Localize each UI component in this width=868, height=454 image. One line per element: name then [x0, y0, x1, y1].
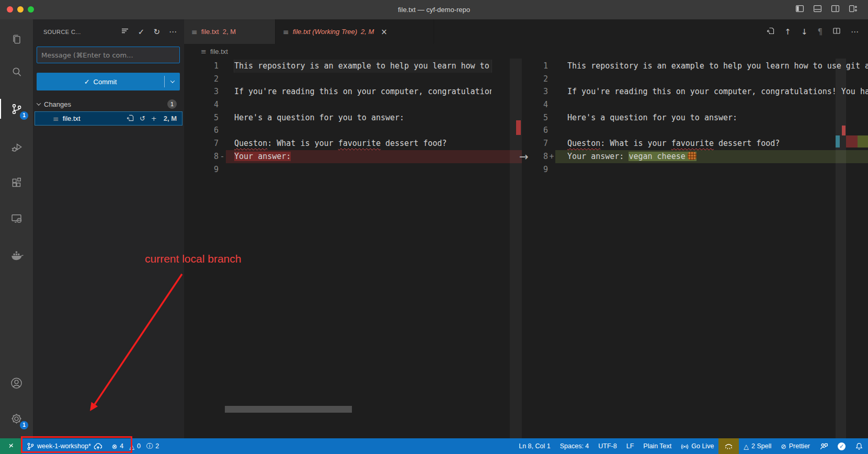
code-line[interactable]: 9 [523, 163, 868, 176]
tab-file-txt[interactable]: ≡ file.txt 2, M [184, 19, 276, 44]
cursor-position-item[interactable]: Ln 8, Col 1 [514, 438, 555, 454]
line-number: 7 [523, 137, 548, 150]
remote-indicator[interactable] [0, 438, 22, 454]
feedback-item[interactable] [815, 438, 833, 454]
status-bar: week-1-workshop* ⊗4 △0 ⓘ2 Ln 8, Col 1 Sp… [0, 438, 868, 454]
language-mode-item[interactable]: Plain Text [638, 438, 676, 454]
line-number: 3 [184, 85, 219, 98]
commit-button-label: Commit [94, 78, 117, 86]
code-line[interactable]: 5Here's a question for you to answer: [184, 111, 522, 124]
revert-change-arrow-icon[interactable]: → [519, 151, 529, 163]
search-icon[interactable] [0, 59, 33, 86]
code-line[interactable]: 2 [184, 73, 522, 86]
go-live-item[interactable]: Go Live [676, 438, 718, 454]
explorer-icon[interactable] [0, 26, 33, 53]
file-icon: ≡ [53, 115, 59, 123]
code-line[interactable]: 7Queston: What is your favourite dessert… [184, 137, 522, 150]
check-icon: ✓ [84, 78, 90, 86]
breadcrumb-file: file.txt [210, 48, 228, 55]
added-code-line[interactable]: 8+Your answer: vegan cheese [523, 150, 868, 163]
commit-button[interactable]: ✓ Commit [37, 73, 180, 90]
refresh-icon[interactable]: ↻ [153, 27, 160, 37]
tab-badge: 2, M [361, 28, 374, 36]
breadcrumb[interactable]: ≡ file.txt [184, 44, 868, 59]
toggle-panel-icon[interactable] [813, 4, 822, 13]
code-text: If you're reading this on your computer,… [234, 85, 492, 98]
stage-changes-icon[interactable]: + [151, 115, 157, 122]
code-line[interactable]: 4 [523, 98, 868, 111]
eol-item[interactable]: LF [622, 438, 639, 454]
diff-pane-modified: 1This repository is an example to help y… [523, 59, 868, 438]
code-line[interactable]: 1This repository is an example to help y… [184, 60, 522, 73]
toggle-secondary-sidebar-icon[interactable] [831, 4, 840, 13]
vscode-window: file.txt — cyf-demo-repo 1 [0, 0, 868, 454]
code-line[interactable]: 6 [523, 124, 868, 137]
changed-file-name: file.txt [63, 115, 81, 122]
tracking-status-item[interactable]: ✓ [833, 438, 850, 454]
code-line[interactable]: 2 [523, 73, 868, 86]
code-text: This repository is an example to help yo… [234, 60, 492, 73]
overview-mark-error [842, 126, 846, 135]
next-change-icon[interactable]: ↓ [801, 27, 808, 37]
customize-layout-icon[interactable] [849, 4, 858, 13]
accounts-icon[interactable] [0, 369, 33, 396]
code-line[interactable]: 1This repository is an example to help y… [523, 60, 868, 73]
spell-status-item[interactable]: △ 2 Spell [739, 438, 776, 454]
run-debug-icon[interactable] [0, 133, 33, 161]
code-line[interactable]: 3If you're reading this on your computer… [523, 85, 868, 98]
code-text: Queston: What is your favourite dessert … [567, 137, 780, 150]
line-number: 3 [523, 85, 548, 98]
sidebar-header: SOURCE C... ✓ ↻ ⋯ [33, 19, 184, 44]
discard-changes-icon[interactable]: ↺ [140, 115, 145, 122]
line-number: 1 [184, 60, 219, 73]
tab-file-txt-working-tree[interactable]: ≡ file.txt (Working Tree) 2, M × [276, 19, 434, 44]
line-number: 9 [523, 163, 548, 176]
prettier-status-item[interactable]: ⊘ Prettier [776, 438, 815, 454]
close-tab-icon[interactable]: × [381, 27, 387, 37]
settings-gear-icon[interactable]: 1 [0, 405, 33, 432]
line-number: 6 [184, 124, 219, 137]
code-line[interactable]: 4 [184, 98, 522, 111]
spell-checker-off-item[interactable] [718, 438, 739, 454]
publish-cloud-icon [94, 442, 102, 451]
whitespace-icon[interactable]: ¶ [817, 27, 823, 37]
branch-status-item[interactable]: week-1-workshop* [22, 438, 107, 454]
tab-badge: 2, M [223, 28, 236, 36]
more-actions-icon[interactable]: ⋯ [169, 27, 177, 37]
commit-check-icon[interactable]: ✓ [138, 27, 145, 37]
open-changes-icon[interactable] [766, 27, 774, 37]
split-editor-icon[interactable] [832, 27, 841, 37]
changes-section-header[interactable]: Changes 1 [33, 97, 184, 111]
indentation-item[interactable]: Spaces: 4 [555, 438, 594, 454]
source-control-icon[interactable]: 1 [0, 95, 33, 122]
deleted-code-line[interactable]: 8-Your answer: [184, 150, 522, 163]
view-and-sort-icon[interactable] [121, 27, 129, 37]
right-editor-scrollbar[interactable] [836, 59, 846, 438]
code-line[interactable]: 5Here's a question for you to answer: [523, 111, 868, 124]
code-text: Your answer: vegan cheese [567, 150, 696, 163]
code-text: Queston: What is your favourite dessert … [234, 137, 447, 150]
line-number: 5 [184, 111, 219, 124]
open-file-icon[interactable] [126, 114, 134, 123]
remote-explorer-icon[interactable] [0, 205, 33, 232]
docker-icon[interactable] [0, 242, 33, 269]
overview-mark-deleted [516, 120, 521, 135]
commit-dropdown-button[interactable] [165, 73, 180, 90]
more-actions-icon[interactable]: ⋯ [851, 27, 859, 37]
toggle-sidebar-icon[interactable] [795, 4, 804, 13]
sidebar-title: SOURCE C... [43, 29, 81, 35]
horizontal-scrollbar[interactable] [225, 406, 352, 413]
extensions-icon[interactable] [0, 169, 33, 197]
problems-status-item[interactable]: ⊗4 △0 ⓘ2 [107, 438, 164, 454]
changed-file-row[interactable]: ≡ file.txt ↺ + 2, M [35, 111, 182, 126]
code-line[interactable]: 7Queston: What is your favourite dessert… [523, 137, 868, 150]
code-line[interactable]: 6 [184, 124, 522, 137]
code-line[interactable]: 3If you're reading this on your computer… [184, 85, 522, 98]
notifications-item[interactable] [850, 438, 868, 454]
encoding-item[interactable]: UTF-8 [593, 438, 621, 454]
code-line[interactable]: 9 [184, 163, 522, 176]
commit-message-input[interactable] [37, 47, 180, 63]
left-editor-scrollbar[interactable] [510, 59, 522, 438]
editor-tab-bar: ≡ file.txt 2, M ≡ file.txt (Working Tree… [184, 19, 868, 44]
previous-change-icon[interactable]: ↑ [784, 27, 791, 37]
